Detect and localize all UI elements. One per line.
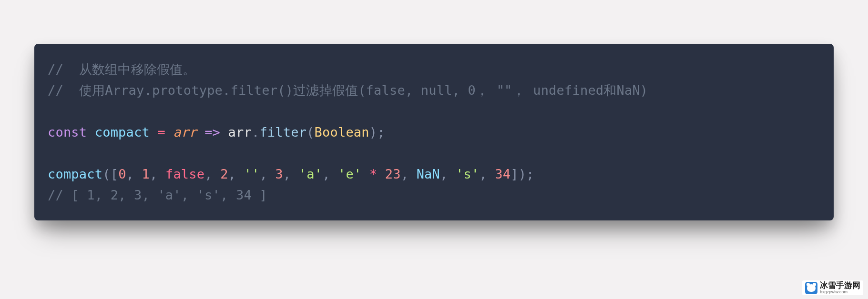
keyword-const: const (48, 125, 87, 140)
number-0: 0 (118, 167, 126, 181)
method-filter: filter (259, 125, 306, 140)
paren-open: ( (102, 167, 110, 181)
dot: . (252, 125, 259, 140)
code-block: // 从数组中移除假值。 // 使用Array.prototype.filter… (34, 44, 834, 220)
watermark-title: 冰雪手游网 (820, 281, 860, 289)
param-arr: arr (173, 125, 196, 140)
comment-text: // 从数组中移除假值。 (48, 62, 196, 77)
comment-text: // [ 1, 2, 3, 'a', 's', 34 ] (48, 188, 267, 202)
comma: , (228, 167, 244, 181)
number-2: 2 (220, 167, 228, 181)
comma: , (322, 167, 338, 181)
code-line-comment-1: // 从数组中移除假值。 (48, 59, 820, 80)
bracket-close: ] (511, 167, 518, 181)
function-call: compact (48, 167, 102, 181)
code-line-call: compact([0, 1, false, 2, '', 3, 'a', 'e'… (48, 164, 820, 185)
operator-eq: = (150, 125, 173, 140)
semicolon: ; (526, 167, 534, 181)
string-e: 'e' (338, 167, 361, 181)
comma: , (440, 167, 456, 181)
comment-text: // 使用Array.prototype.filter()过滤掉假值(false… (48, 83, 648, 98)
class-boolean: Boolean (315, 125, 369, 140)
paren-open: ( (306, 125, 314, 140)
identifier-arr: arr (228, 125, 252, 140)
bear-icon (807, 284, 816, 292)
boolean-false: false (165, 167, 204, 181)
blank-line (48, 143, 820, 164)
code-line-definition: const compact = arr => arr.filter(Boolea… (48, 122, 820, 143)
number-3: 3 (275, 167, 283, 181)
string-empty: '' (244, 167, 260, 181)
paren-close: ) (519, 167, 526, 181)
bracket-open: [ (111, 167, 118, 181)
number-23: 23 (385, 167, 401, 181)
code-line-comment-result: // [ 1, 2, 3, 'a', 's', 34 ] (48, 185, 820, 206)
comma: , (401, 167, 417, 181)
string-a: 'a' (299, 167, 322, 181)
watermark-logo-icon (805, 282, 817, 294)
function-name: compact (95, 125, 150, 140)
comma: , (150, 167, 165, 181)
number-34: 34 (495, 167, 511, 181)
operator-star: * (361, 167, 385, 181)
comma: , (259, 167, 275, 181)
comma: , (479, 167, 495, 181)
watermark-url: bxgzpwlw.com (820, 290, 848, 294)
operator-arrow: => (197, 125, 228, 140)
number-1: 1 (142, 167, 150, 181)
watermark-text-group: 冰雪手游网 bxgzpwlw.com (820, 281, 860, 294)
comma: , (126, 167, 142, 181)
paren-close: ) (369, 125, 377, 140)
string-s: 's' (456, 167, 479, 181)
watermark: 冰雪手游网 bxgzpwlw.com (802, 280, 863, 295)
code-line-comment-2: // 使用Array.prototype.filter()过滤掉假值(false… (48, 80, 820, 101)
comma: , (204, 167, 220, 181)
blank-line (48, 101, 820, 122)
comma: , (283, 167, 299, 181)
semicolon: ; (377, 125, 385, 140)
nan-literal: NaN (417, 167, 440, 181)
